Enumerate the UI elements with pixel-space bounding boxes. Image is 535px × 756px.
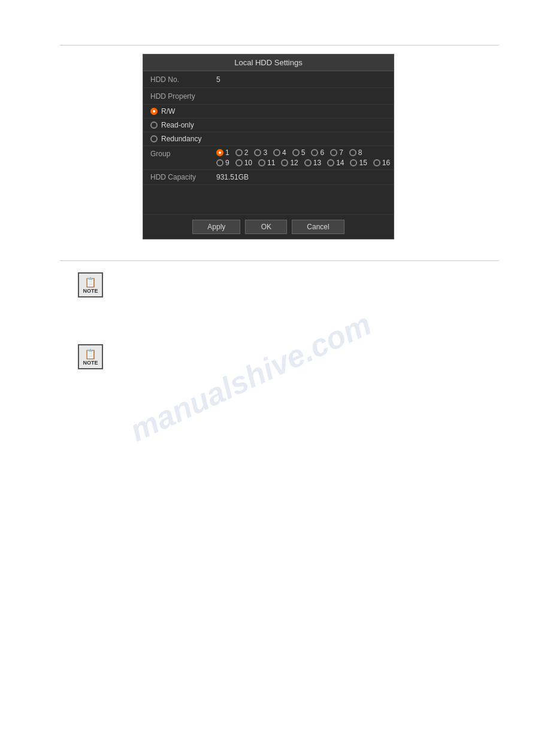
group-item-3[interactable]: 3 [254, 148, 267, 157]
hdd-property-header: HDD Property [143, 88, 394, 105]
hdd-capacity-value: 931.51GB [216, 173, 249, 181]
local-hdd-settings-dialog: Local HDD Settings HDD No. 5 HDD Propert… [143, 54, 394, 239]
group-item-8[interactable]: 8 [349, 148, 362, 157]
ok-button[interactable]: OK [245, 220, 287, 234]
group-radio-2[interactable] [235, 149, 243, 156]
group-item-9[interactable]: 9 [216, 159, 229, 167]
dialog-title: Local HDD Settings [143, 54, 394, 71]
group-radio-16[interactable] [373, 159, 380, 166]
group-radio-13[interactable] [304, 159, 312, 166]
top-divider [60, 45, 499, 45]
apply-button[interactable]: Apply [192, 220, 240, 234]
hdd-no-label: HDD No. [150, 75, 216, 84]
radio-readonly-row[interactable]: Read-only [143, 119, 394, 132]
group-item-14[interactable]: 14 [327, 159, 344, 167]
group-radio-3[interactable] [254, 149, 261, 156]
group-item-2[interactable]: 2 [235, 148, 249, 157]
group-item-11[interactable]: 11 [258, 159, 275, 167]
group-radio-4[interactable] [273, 149, 280, 156]
group-radio-11[interactable] [258, 159, 265, 166]
cancel-button[interactable]: Cancel [292, 220, 344, 234]
radio-redundancy-label: Redundancy [161, 135, 201, 143]
group-row: Group 1 2 3 4 [143, 146, 394, 170]
group-radio-6[interactable] [311, 149, 318, 156]
radio-readonly-label: Read-only [161, 121, 194, 129]
note-label-2: NOTE [83, 360, 98, 366]
group-item-4[interactable]: 4 [273, 148, 286, 157]
group-item-12[interactable]: 12 [281, 159, 298, 167]
note-icon-1: 📋 NOTE [78, 272, 103, 297]
group-item-15[interactable]: 15 [350, 159, 367, 167]
hdd-no-value: 5 [216, 75, 220, 84]
bottom-divider [60, 260, 499, 261]
radio-redundancy-circle[interactable] [150, 135, 158, 142]
group-item-16[interactable]: 16 [373, 159, 390, 167]
radio-rw-row[interactable]: R/W [143, 105, 394, 119]
group-radio-12[interactable] [281, 159, 288, 166]
hdd-capacity-label: HDD Capacity [150, 173, 216, 181]
group-radio-5[interactable] [292, 149, 300, 156]
group-radio-9[interactable] [216, 159, 223, 166]
radio-rw-label: R/W [161, 107, 175, 116]
note-image-2: 📋 NOTE [78, 344, 103, 369]
group-item-6[interactable]: 6 [311, 148, 324, 157]
dialog-spacer [143, 185, 394, 215]
group-line-2: 9 10 11 12 13 [216, 159, 394, 167]
note-icon-2: 📋 NOTE [78, 344, 103, 369]
group-item-7[interactable]: 7 [330, 148, 343, 157]
group-item-1[interactable]: 1 [216, 148, 229, 157]
radio-rw-circle[interactable] [150, 108, 158, 115]
group-options: 1 2 3 4 5 [216, 148, 394, 167]
dialog-buttons: Apply OK Cancel [143, 215, 394, 239]
group-radio-8[interactable] [349, 149, 356, 156]
group-label: Group [150, 148, 216, 158]
radio-redundancy-row[interactable]: Redundancy [143, 132, 394, 146]
watermark: manualshive.com [125, 306, 377, 449]
hdd-capacity-row: HDD Capacity 931.51GB [143, 170, 394, 185]
note-label-1: NOTE [83, 288, 98, 294]
group-item-5[interactable]: 5 [292, 148, 306, 157]
group-radio-10[interactable] [235, 159, 243, 166]
group-radio-14[interactable] [327, 159, 334, 166]
group-item-13[interactable]: 13 [304, 159, 321, 167]
group-item-10[interactable]: 10 [235, 159, 252, 167]
group-line-1: 1 2 3 4 5 [216, 148, 394, 157]
group-radio-7[interactable] [330, 149, 337, 156]
radio-readonly-circle[interactable] [150, 122, 158, 129]
hdd-property-label: HDD Property [150, 92, 216, 101]
hdd-no-row: HDD No. 5 [143, 71, 394, 88]
group-radio-15[interactable] [350, 159, 357, 166]
group-radio-1[interactable] [216, 149, 223, 156]
note-image-1: 📋 NOTE [78, 272, 103, 297]
